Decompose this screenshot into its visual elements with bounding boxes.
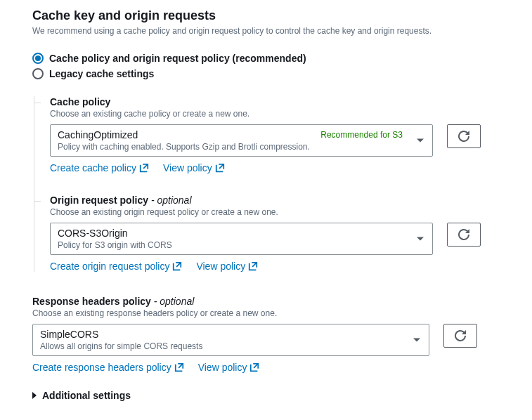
link-text: View policy xyxy=(196,261,245,272)
radio-icon xyxy=(32,68,44,79)
recommended-badge: Recommended for S3 xyxy=(320,130,403,140)
refresh-icon xyxy=(455,330,466,341)
radio-label: Legacy cache settings xyxy=(49,68,154,79)
origin-policy-value: CORS-S3Origin xyxy=(58,228,128,239)
response-policy-value: SimpleCORS xyxy=(40,329,98,340)
view-response-policy-link[interactable]: View policy xyxy=(198,362,260,373)
policy-indent-block: Cache policy Choose an existing cache po… xyxy=(34,96,532,272)
chevron-down-icon xyxy=(413,339,420,342)
radio-label: Cache policy and origin request policy (… xyxy=(49,53,306,64)
chevron-down-icon xyxy=(417,237,424,241)
external-link-icon xyxy=(139,163,149,173)
link-text: View policy xyxy=(163,162,212,173)
link-text: Create response headers policy xyxy=(32,362,171,373)
link-text: Create cache policy xyxy=(50,162,136,173)
chevron-down-icon xyxy=(417,139,424,143)
external-link-icon xyxy=(172,261,182,271)
additional-settings-toggle[interactable]: Additional settings xyxy=(32,390,532,401)
optional-text: - optional xyxy=(151,296,194,307)
radio-legacy[interactable]: Legacy cache settings xyxy=(32,68,532,79)
tree-tick xyxy=(34,103,41,103)
origin-policy-field: Origin request policy - optional Choose … xyxy=(50,195,532,272)
view-origin-policy-link[interactable]: View policy xyxy=(196,261,258,272)
response-policy-desc: Allows all origins for simple CORS reque… xyxy=(40,341,403,351)
section-title: Cache key and origin requests xyxy=(32,8,532,23)
radio-icon xyxy=(32,53,44,64)
view-cache-policy-link[interactable]: View policy xyxy=(163,162,225,173)
refresh-icon xyxy=(458,131,469,142)
response-policy-refresh-button[interactable] xyxy=(443,324,477,348)
cache-policy-select[interactable]: CachingOptimized Recommended for S3 Poli… xyxy=(50,124,433,157)
link-text: Create origin request policy xyxy=(50,261,169,272)
external-link-icon xyxy=(249,362,259,372)
create-origin-policy-link[interactable]: Create origin request policy xyxy=(50,261,182,272)
section-subtitle: We recommend using a cache policy and or… xyxy=(32,26,532,36)
cache-policy-label: Cache policy xyxy=(50,96,532,107)
caret-right-icon xyxy=(32,392,37,399)
create-response-policy-link[interactable]: Create response headers policy xyxy=(32,362,184,373)
origin-policy-select[interactable]: CORS-S3Origin Policy for S3 origin with … xyxy=(50,223,433,255)
cache-policy-field: Cache policy Choose an existing cache po… xyxy=(50,96,532,173)
link-text: View policy xyxy=(198,362,247,373)
response-policy-hint: Choose an existing response headers poli… xyxy=(32,308,532,318)
external-link-icon xyxy=(248,261,258,271)
external-link-icon xyxy=(215,163,225,173)
response-policy-select[interactable]: SimpleCORS Allows all origins for simple… xyxy=(32,324,429,356)
origin-policy-label: Origin request policy - optional xyxy=(50,195,532,206)
origin-policy-refresh-button[interactable] xyxy=(447,223,481,247)
cache-policy-hint: Choose an existing cache policy or creat… xyxy=(50,109,532,119)
cache-policy-refresh-button[interactable] xyxy=(447,124,481,148)
response-policy-label: Response headers policy - optional xyxy=(32,296,532,307)
tree-tick xyxy=(34,201,41,202)
refresh-icon xyxy=(458,229,469,240)
cache-policy-value: CachingOptimized xyxy=(58,129,138,140)
origin-policy-desc: Policy for S3 origin with CORS xyxy=(58,240,407,250)
radio-cache-policy[interactable]: Cache policy and origin request policy (… xyxy=(32,53,532,64)
response-policy-field: Response headers policy - optional Choos… xyxy=(32,296,532,373)
optional-text: - optional xyxy=(148,195,191,206)
origin-policy-hint: Choose an existing origin request policy… xyxy=(50,207,532,217)
create-cache-policy-link[interactable]: Create cache policy xyxy=(50,162,149,173)
additional-settings-label: Additional settings xyxy=(42,390,131,401)
cache-policy-desc: Policy with caching enabled. Supports Gz… xyxy=(58,142,407,152)
external-link-icon xyxy=(174,362,184,372)
